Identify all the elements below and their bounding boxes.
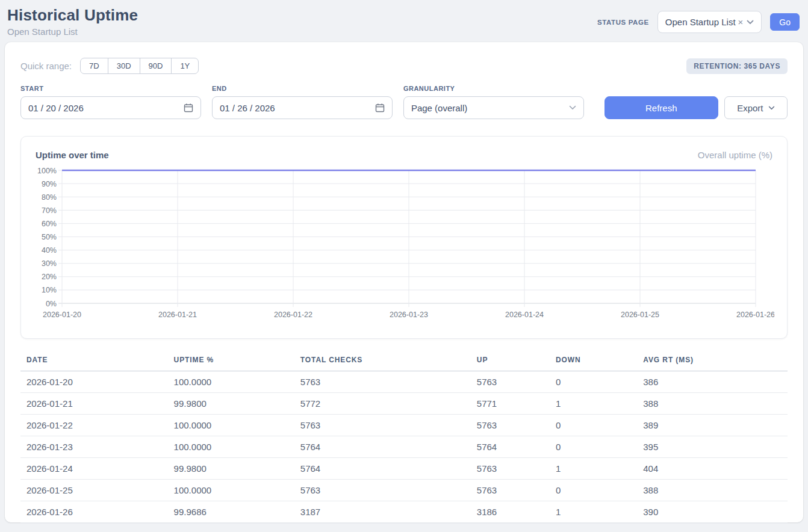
table-cell: 3186 [471, 501, 550, 523]
end-date-value: 01 / 26 / 2026 [220, 103, 275, 113]
table-cell: 0 [550, 415, 637, 436]
table-cell: 2026-01-21 [20, 393, 168, 415]
table-cell: 395 [637, 436, 788, 458]
svg-text:2026-01-23: 2026-01-23 [390, 311, 428, 319]
start-date-group: START 01 / 20 / 2026 [20, 85, 201, 119]
granularity-label: GRANULARITY [403, 85, 584, 92]
table-cell: 5763 [471, 480, 550, 501]
start-date-label: START [20, 85, 201, 92]
table-cell: 0 [550, 436, 637, 458]
start-date-input[interactable]: 01 / 20 / 2026 [20, 96, 201, 119]
quick-range-30d[interactable]: 30D [108, 58, 140, 74]
table-cell: 99.9686 [168, 501, 294, 523]
quick-range-7d[interactable]: 7D [80, 58, 108, 74]
chevron-down-icon [768, 106, 775, 110]
table-cell: 5771 [471, 393, 550, 415]
table-cell: 5764 [471, 436, 550, 458]
table-cell: 5764 [294, 436, 471, 458]
uptime-line-chart: 0%10%20%30%40%50%60%70%80%90%100%2026-01… [36, 165, 774, 323]
svg-text:50%: 50% [42, 233, 57, 241]
svg-text:10%: 10% [42, 286, 57, 294]
page-subtitle: Open Startup List [7, 26, 138, 37]
column-header: TOTAL CHECKS [294, 350, 471, 371]
table-header-row: DATEUPTIME %TOTAL CHECKSUPDOWNAVG RT (MS… [20, 350, 788, 371]
calendar-icon[interactable] [184, 103, 193, 113]
quick-range-group: 7D30D90D1Y [80, 58, 199, 74]
filters-row: START 01 / 20 / 2026 END 01 / 26 / 2026 … [20, 85, 788, 119]
chart-title: Uptime over time [36, 150, 109, 160]
end-date-input[interactable]: 01 / 26 / 2026 [212, 96, 393, 119]
table-cell: 388 [637, 393, 788, 415]
table-row: 2026-01-23100.0000576457640395 [20, 436, 788, 458]
chart-header: Uptime over time Overall uptime (%) [36, 150, 772, 160]
granularity-selected-value: Page (overall) [411, 103, 467, 113]
quick-range-label: Quick range: [20, 61, 72, 71]
table-cell: 386 [637, 371, 788, 393]
table-cell: 99.9800 [168, 458, 294, 480]
table-cell: 100.0000 [168, 415, 294, 436]
svg-text:2026-01-20: 2026-01-20 [43, 311, 81, 319]
table-cell: 100.0000 [168, 436, 294, 458]
refresh-button[interactable]: Refresh [604, 96, 718, 119]
end-date-label: END [212, 85, 393, 92]
column-header: UPTIME % [168, 350, 294, 371]
table-cell: 1 [550, 458, 637, 480]
svg-text:30%: 30% [42, 259, 57, 268]
svg-text:2026-01-22: 2026-01-22 [274, 311, 312, 319]
table-row: 2026-01-2199.9800577257711388 [20, 393, 788, 415]
table-cell: 389 [637, 415, 788, 436]
go-button[interactable]: Go [770, 13, 800, 31]
granularity-group: GRANULARITY Page (overall) [403, 85, 584, 119]
main-panel: Quick range: 7D30D90D1Y RETENTION: 365 D… [5, 42, 803, 522]
status-page-label: STATUS PAGE [597, 19, 649, 26]
svg-text:20%: 20% [42, 273, 57, 281]
table-cell: 0 [550, 480, 637, 501]
table-row: 2026-01-20100.0000576357630386 [20, 371, 788, 393]
export-button-label: Export [737, 103, 763, 113]
table-cell: 5763 [294, 480, 471, 501]
table-cell: 5763 [471, 415, 550, 436]
table-cell: 5764 [294, 458, 471, 480]
uptime-table: DATEUPTIME %TOTAL CHECKSUPDOWNAVG RT (MS… [20, 350, 788, 523]
column-header: DATE [20, 350, 168, 371]
svg-text:2026-01-24: 2026-01-24 [505, 311, 544, 319]
clear-selection-icon[interactable]: × [738, 17, 744, 27]
export-button[interactable]: Export [724, 96, 788, 119]
granularity-select[interactable]: Page (overall) [403, 96, 584, 119]
table-cell: 2026-01-20 [20, 371, 168, 393]
status-page-select[interactable]: Open Startup List × [657, 11, 762, 33]
chart-legend: Overall uptime (%) [698, 150, 772, 160]
column-header: DOWN [550, 350, 637, 371]
table-cell: 5763 [471, 458, 550, 480]
top-bar: Historical Uptime Open Startup List STAT… [0, 0, 808, 42]
table-row: 2026-01-2499.9800576457631404 [20, 458, 788, 480]
table-cell: 1 [550, 393, 637, 415]
table-row: 2026-01-22100.0000576357630389 [20, 415, 788, 436]
status-page-picker: STATUS PAGE Open Startup List × Go [597, 11, 800, 33]
svg-text:40%: 40% [42, 246, 57, 255]
svg-text:2026-01-21: 2026-01-21 [158, 311, 197, 319]
table-cell: 390 [637, 501, 788, 523]
table-cell: 5763 [294, 415, 471, 436]
quick-range-1y[interactable]: 1Y [171, 58, 199, 74]
status-page-selected-value: Open Startup List [665, 17, 736, 27]
svg-text:80%: 80% [42, 193, 57, 202]
svg-text:0%: 0% [46, 300, 57, 308]
table-cell: 99.9800 [168, 393, 294, 415]
table-cell: 5763 [294, 371, 471, 393]
quick-range-90d[interactable]: 90D [140, 58, 172, 74]
table-cell: 2026-01-23 [20, 436, 168, 458]
retention-badge: RETENTION: 365 DAYS [686, 58, 788, 74]
page-title: Historical Uptime [7, 6, 138, 25]
column-header: AVG RT (MS) [637, 350, 788, 371]
svg-text:60%: 60% [42, 220, 57, 228]
quick-range-row: Quick range: 7D30D90D1Y RETENTION: 365 D… [20, 58, 788, 74]
page-heading: Historical Uptime Open Startup List [7, 6, 138, 37]
table-cell: 388 [637, 480, 788, 501]
table-cell: 5763 [471, 371, 550, 393]
chevron-down-icon [569, 105, 576, 110]
table-cell: 100.0000 [168, 480, 294, 501]
calendar-icon[interactable] [375, 103, 385, 113]
table-cell: 404 [637, 458, 788, 480]
table-cell: 2026-01-25 [20, 480, 168, 501]
